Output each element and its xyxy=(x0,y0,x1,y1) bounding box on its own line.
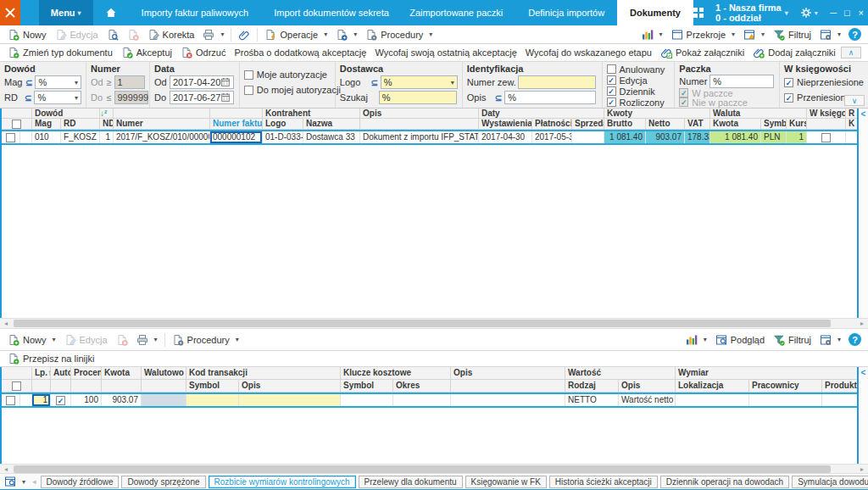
operator-icon[interactable]: ⊆ xyxy=(495,93,502,103)
scroll-right-icon[interactable]: ▸ xyxy=(856,320,868,327)
settings-gear-button[interactable]: ▾ xyxy=(800,7,818,19)
cell-opis[interactable] xyxy=(451,394,565,406)
cell-kurs[interactable]: 1 xyxy=(787,131,807,143)
operator-icon[interactable]: ⊆ xyxy=(25,78,32,87)
numer-od-input[interactable]: 1 xyxy=(114,75,146,89)
column-numer-faktury[interactable]: Numer faktury xyxy=(210,119,263,129)
cell-kwota[interactable]: 903.07 xyxy=(102,394,142,406)
logo-select[interactable]: %▾ xyxy=(381,75,458,89)
table-row[interactable]: 010 F_KOSZ 1 2017/F_KOSZ/010/000001 0000… xyxy=(2,130,868,145)
cell-rodzaj[interactable]: NETTO xyxy=(565,394,619,406)
cell-procent[interactable]: 100 xyxy=(71,394,102,406)
group-kwoty[interactable]: Kwoty xyxy=(604,109,710,118)
filter-button[interactable]: Filtruj xyxy=(769,26,815,43)
edycja-checkbox[interactable]: ✓ xyxy=(607,75,616,85)
horizontal-scrollbar[interactable]: ◂ ▸ xyxy=(0,318,868,329)
tabs-scroll-left-icon[interactable]: ◂ xyxy=(32,477,36,486)
attachments-button[interactable] xyxy=(234,26,254,43)
numer-do-input[interactable]: 999999 xyxy=(114,91,148,104)
tab-definicja-importow[interactable]: Definicja importów xyxy=(515,0,617,25)
operator-icon[interactable]: ⊆ xyxy=(25,93,31,103)
tab-rozbicie-wymiarow[interactable]: Rozbicie wymiarów kontrolingowych xyxy=(209,476,356,488)
accept-button[interactable]: Akceptuj xyxy=(117,44,176,61)
rd-select[interactable]: %▾ xyxy=(34,91,81,104)
grid-empty-area[interactable] xyxy=(2,408,868,462)
column-wartosc-opis[interactable]: Opis xyxy=(619,380,676,392)
group-wartosc[interactable]: Wartość xyxy=(565,367,676,379)
nieprzeniesione-checkbox[interactable]: ✓ xyxy=(784,78,793,87)
row-checkbox[interactable] xyxy=(6,133,15,142)
new-line-button[interactable]: Nowy▾ xyxy=(3,331,60,348)
add-attachments-button[interactable]: Dodaj załączniki xyxy=(748,44,839,61)
column-kurs[interactable]: Kurs xyxy=(787,119,807,129)
preview-button[interactable]: Podgląd xyxy=(711,331,769,348)
tab-dokumenty[interactable]: Dokumenty xyxy=(617,0,693,25)
opis-input[interactable]: % xyxy=(504,91,596,104)
anulowany-checkbox[interactable] xyxy=(607,64,616,74)
column-walutowo[interactable]: Walutowo xyxy=(142,367,186,379)
cell-numer[interactable]: 2017/F_KOSZ/010/000001 xyxy=(114,131,210,143)
w-ksiegowosci-checkbox[interactable] xyxy=(821,133,831,142)
tab-importy-faktur[interactable]: Importy faktur paliwowych xyxy=(129,0,262,25)
column-kwota[interactable]: Kwota xyxy=(710,119,761,129)
cell-netto[interactable]: 903.07 xyxy=(646,131,685,143)
cell-mag[interactable]: 010 xyxy=(32,131,61,143)
tab-dziennik-operacji[interactable]: Dziennik operacji na dowodach xyxy=(660,476,789,488)
column-nazwa[interactable]: Nazwa xyxy=(303,119,360,129)
group-waluta[interactable]: Waluta xyxy=(710,109,807,118)
column-brutto[interactable]: Brutto xyxy=(604,119,646,129)
procedures-button[interactable]: Procedury▾ xyxy=(361,26,437,43)
scroll-left-icon[interactable]: ◂ xyxy=(0,320,12,327)
home-button[interactable] xyxy=(93,0,129,25)
app-logo-icon[interactable] xyxy=(0,0,20,25)
cell-sprzedazy[interactable] xyxy=(572,131,604,143)
cell-platnosci[interactable]: 2017-05-30 xyxy=(532,131,572,143)
scroll-left-icon[interactable]: ◂ xyxy=(0,465,12,473)
column-produkty[interactable]: Produkty xyxy=(822,380,858,392)
group-kontrahent[interactable]: Kontrahent xyxy=(263,109,360,118)
tab-symulacja-fk[interactable]: Symulacja dowodu w FK xyxy=(792,476,868,488)
mag-select[interactable]: %▾ xyxy=(35,75,81,89)
preview-document-button[interactable] xyxy=(103,26,123,43)
collapse-filter-panel-button[interactable]: ∧ xyxy=(841,47,861,58)
menu-button[interactable]: Menu▾ xyxy=(39,0,93,25)
tab-dowody-sprzezone[interactable]: Dowody sprzężone xyxy=(121,476,205,488)
delete-button[interactable] xyxy=(123,26,143,43)
scroll-right-icon[interactable]: ▸ xyxy=(856,465,868,473)
przeniesione-checkbox[interactable]: ✓ xyxy=(784,93,793,103)
print-line-button[interactable]: ▾ xyxy=(132,331,162,348)
expand-filter-panel-button[interactable]: ∨ xyxy=(844,95,865,106)
apps-grid-icon[interactable] xyxy=(693,8,704,18)
cell-kk-symbol[interactable] xyxy=(341,394,393,406)
paczka-numer-input[interactable]: % xyxy=(709,75,774,88)
cell-brutto[interactable]: 1 081.40 xyxy=(604,131,646,143)
calendar-icon[interactable] xyxy=(220,92,231,103)
do-mojej-autoryzacji-checkbox[interactable] xyxy=(244,86,253,95)
column-rodzaj[interactable]: Rodzaj xyxy=(565,380,619,392)
rozliczony-checkbox[interactable]: ✓ xyxy=(607,97,616,107)
maximize-button[interactable]: □ xyxy=(840,8,854,18)
cell-kk-okres[interactable] xyxy=(393,394,451,406)
auto-checkbox[interactable]: ✓ xyxy=(56,396,65,405)
column-vat[interactable]: VAT xyxy=(685,119,710,129)
new-button[interactable]: Nowy xyxy=(3,26,51,43)
column-mag[interactable]: Mag xyxy=(32,119,61,129)
panel-search-button[interactable]: ▾ xyxy=(2,474,28,489)
szukaj-input[interactable]: % xyxy=(379,91,457,104)
cell-wystawienia[interactable]: 2017-04-30 xyxy=(479,131,532,143)
operator-icon[interactable]: ⊆ xyxy=(370,78,377,87)
scrollbar-thumb[interactable] xyxy=(14,465,831,473)
edit-line-button[interactable]: Edycja xyxy=(60,331,112,348)
table-row[interactable]: 1 ✓ 100 903.07 NETTO Wartość netto xyxy=(2,393,868,408)
cell-lp[interactable]: 1 xyxy=(32,394,51,406)
row-checkbox[interactable] xyxy=(6,396,15,405)
tab-przelewy[interactable]: Przelewy dla dokumentu xyxy=(359,476,463,488)
tab-zaimportowane-paczki[interactable]: Zaimportowane paczki xyxy=(397,0,515,25)
delete-line-button[interactable] xyxy=(112,331,132,348)
column-rd[interactable]: RD xyxy=(61,119,100,129)
tab-ksiegowanie-fk[interactable]: Księgowanie w FK xyxy=(465,476,547,488)
sections-button[interactable]: Przekroje▾ xyxy=(667,26,739,43)
column-opis[interactable]: Opis xyxy=(360,109,479,118)
edit-button[interactable]: Edycja xyxy=(51,26,103,43)
column-procent[interactable]: Procent xyxy=(71,367,102,379)
